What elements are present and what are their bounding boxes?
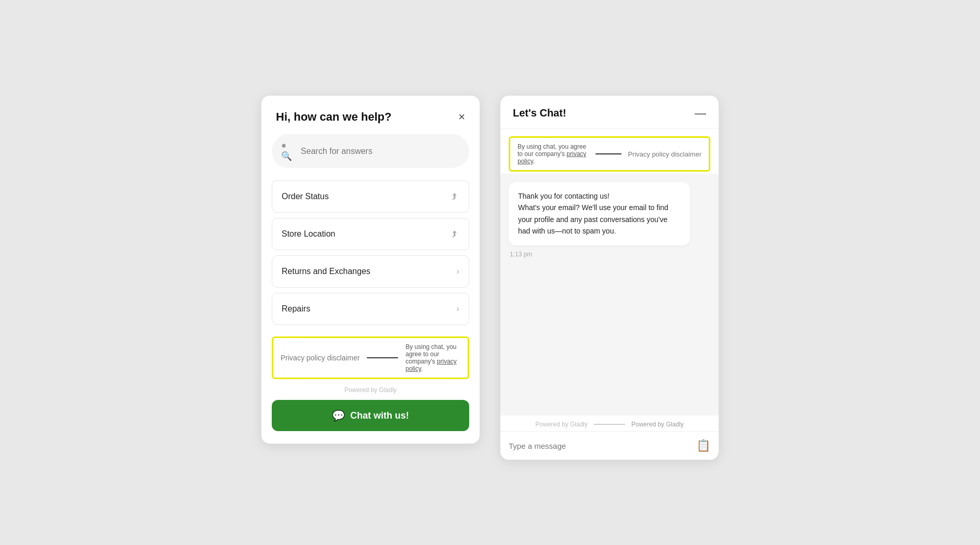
search-bar[interactable]: ●🔍 (272, 134, 469, 168)
external-link-icon: ⮭ (451, 191, 459, 202)
chat-message-text: Thank you for contacting us!What's your … (518, 192, 668, 235)
close-button[interactable]: × (458, 111, 465, 123)
menu-item-label: Order Status (282, 192, 329, 201)
menu-list: Order Status ⮭ Store Location ⮭ Returns … (261, 176, 480, 334)
menu-item-label: Returns and Exchanges (282, 267, 370, 276)
right-header: Let's Chat! — (500, 96, 719, 129)
left-panel-title: Hi, how can we help? (276, 110, 391, 124)
left-panel: Hi, how can we help? × ●🔍 Order Status ⮭… (261, 96, 480, 444)
chat-with-us-button[interactable]: 💬 Chat with us! (272, 400, 469, 431)
chat-message-bubble: Thank you for contacting us!What's your … (509, 182, 690, 245)
powered-label-right: Powered by Gladly (535, 421, 588, 428)
chevron-right-icon: › (456, 266, 459, 277)
minimize-button[interactable]: — (695, 108, 706, 119)
powered-annotation: Powered by Gladly (631, 421, 684, 428)
privacy-text-left: By using chat, you agree to our company'… (405, 343, 460, 372)
right-panel-title: Let's Chat! (513, 107, 566, 119)
privacy-bar-left: Privacy policy disclaimer By using chat,… (272, 336, 469, 379)
attach-button[interactable]: 📋 (696, 439, 710, 452)
privacy-banner-divider (595, 153, 621, 154)
right-panel: Let's Chat! — By using chat, you agree t… (500, 96, 719, 460)
privacy-banner-right: By using chat, you agree to our company'… (509, 136, 710, 172)
menu-item-repairs[interactable]: Repairs › (272, 293, 469, 325)
chat-timestamp: 1:13 pm (510, 251, 710, 258)
chat-bubble-icon: 💬 (332, 409, 345, 422)
menu-item-label: Repairs (282, 304, 310, 314)
powered-divider (594, 424, 625, 425)
chevron-right-icon: › (456, 304, 459, 314)
privacy-banner-label: Privacy policy disclaimer (628, 150, 701, 158)
privacy-link-right[interactable]: privacy policy (518, 150, 586, 165)
page-wrapper: Hi, how can we help? × ●🔍 Order Status ⮭… (21, 85, 959, 460)
chat-body: Thank you for contacting us!What's your … (500, 174, 719, 416)
message-input[interactable] (509, 442, 691, 450)
left-header: Hi, how can we help? × (261, 96, 480, 134)
external-link-icon: ⮭ (451, 229, 459, 239)
menu-item-order-status[interactable]: Order Status ⮭ (272, 180, 469, 213)
search-icon: ●🔍 (281, 140, 296, 162)
menu-item-label: Store Location (282, 229, 335, 239)
chat-button-label: Chat with us! (350, 410, 409, 421)
privacy-link-left[interactable]: privacy policy (405, 358, 456, 372)
powered-bottom: Powered by Gladly Powered by Gladly (500, 416, 719, 431)
powered-row-left: Powered by Gladly (261, 384, 480, 395)
privacy-divider-left (367, 357, 398, 358)
message-input-row: 📋 (500, 431, 719, 460)
menu-item-returns[interactable]: Returns and Exchanges › (272, 255, 469, 288)
privacy-banner-text-right: By using chat, you agree to our company'… (518, 143, 589, 165)
privacy-label-left: Privacy policy disclaimer (281, 354, 360, 362)
search-input[interactable] (301, 147, 460, 156)
menu-item-store-location[interactable]: Store Location ⮭ (272, 218, 469, 250)
